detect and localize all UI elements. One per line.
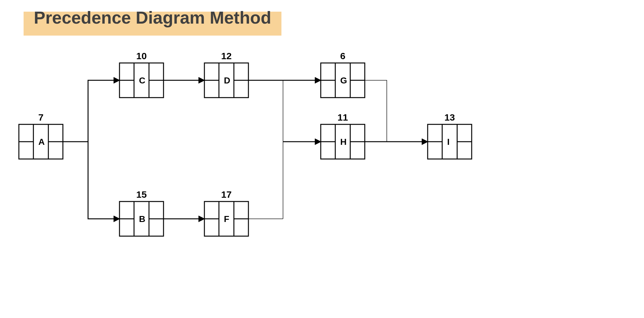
edges-layer: [63, 80, 428, 219]
node-D: D12: [204, 51, 248, 98]
title-text: Precedence Diagram Method: [24, 8, 281, 28]
node-label-H: H: [340, 137, 347, 147]
node-label-B: B: [139, 214, 145, 224]
node-A: A7: [19, 112, 63, 159]
node-label-G: G: [340, 76, 347, 85]
node-duration-F: 17: [221, 189, 231, 200]
node-duration-G: 6: [340, 51, 346, 61]
node-duration-I: 13: [444, 112, 455, 122]
node-G: G6: [321, 51, 365, 98]
node-label-I: I: [447, 137, 450, 147]
node-duration-B: 15: [136, 189, 147, 200]
node-label-D: D: [224, 76, 230, 85]
node-F: F17: [204, 189, 248, 236]
node-label-A: A: [38, 137, 45, 147]
nodes-layer: A7C10D12B15F17G6H11I13: [19, 51, 472, 236]
node-duration-H: 11: [337, 112, 348, 122]
node-I: I13: [428, 112, 472, 159]
node-duration-C: 10: [136, 51, 147, 61]
precedence-diagram-svg: A7C10D12B15F17G6H11I13: [0, 0, 644, 318]
node-duration-A: 7: [38, 112, 44, 122]
node-H: H11: [321, 112, 365, 159]
node-label-F: F: [224, 214, 229, 224]
node-duration-D: 12: [221, 51, 231, 61]
node-C: C10: [119, 51, 164, 98]
diagram-canvas: Precedence Diagram Method A7C10D12B15F17…: [0, 0, 644, 318]
node-B: B15: [119, 189, 164, 236]
node-label-C: C: [139, 76, 145, 85]
